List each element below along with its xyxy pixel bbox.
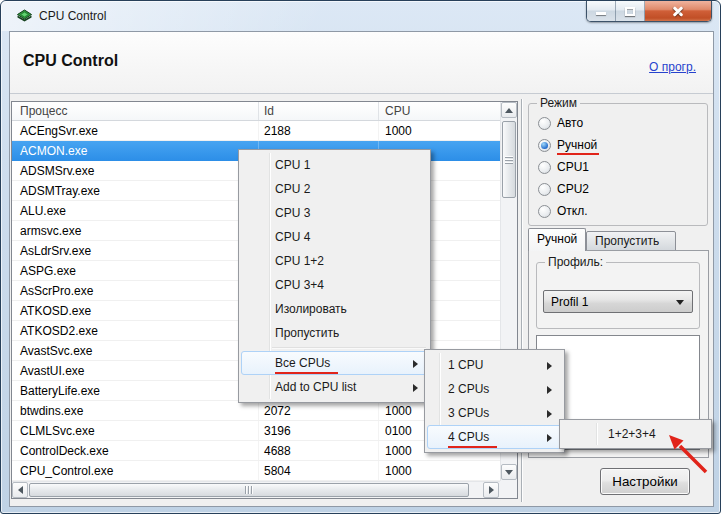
menu-item-label: CPU 1+2 — [275, 254, 324, 268]
mode-radio-1[interactable]: Авто — [538, 114, 583, 132]
annotation-arrow — [656, 426, 716, 481]
page-title: CPU Control — [23, 52, 118, 70]
process-name-cell: ALU.exe — [12, 201, 259, 220]
menu-item[interactable]: CPU 3 — [241, 201, 428, 225]
profile-group-label: Профиль: — [545, 255, 606, 269]
radio-label: Откл. — [557, 204, 588, 218]
menu-item[interactable]: Add to CPU list — [241, 375, 428, 399]
cpu-chip-icon[interactable] — [16, 8, 33, 25]
mode-radio-2[interactable]: Ручной — [538, 136, 597, 154]
scroll-right-button[interactable] — [483, 482, 499, 498]
process-name-cell: ControlDeck.exe — [12, 441, 259, 460]
submenu-arrow-icon — [547, 362, 552, 370]
menu-item-label: CPU 3 — [275, 206, 310, 220]
table-row[interactable]: CPU_Control.exe58041000 — [12, 461, 500, 481]
process-name-cell: ACMON.exe — [12, 141, 259, 161]
process-name-cell: AsLdrSrv.exe — [12, 241, 259, 260]
process-name-cell: ACEngSvr.exe — [12, 121, 259, 140]
title-bar[interactable]: CPU Control — [1, 1, 720, 31]
mode-group-label: Режим — [537, 96, 580, 110]
arrow-left-icon — [18, 486, 23, 494]
maximize-button[interactable] — [616, 1, 645, 21]
horizontal-scroll-thumb[interactable] — [29, 483, 469, 497]
process-id-cell: 2188 — [259, 121, 379, 140]
radio-button-icon[interactable] — [538, 205, 551, 218]
menu-item[interactable]: 2 CPUs — [427, 377, 562, 401]
column-header-process[interactable]: Процесс — [12, 102, 259, 120]
process-name-cell: ADSMSrv.exe — [12, 161, 259, 180]
process-name-cell: ATKOSD.exe — [12, 301, 259, 320]
annotation-underline — [448, 446, 497, 448]
menu-item[interactable]: CPU 2 — [241, 177, 428, 201]
menu-item-label: 1+2+3+4 — [608, 427, 656, 441]
menu-item-label: Все CPUs — [275, 356, 330, 370]
column-header-id[interactable]: Id — [259, 102, 379, 120]
radio-button-icon[interactable] — [538, 139, 551, 152]
close-icon — [671, 4, 685, 18]
mode-groupbox: Режим АвтоРучнойCPU1CPU2Откл. — [528, 103, 708, 226]
radio-button-icon[interactable] — [538, 117, 551, 130]
process-name-cell: BatteryLife.exe — [12, 381, 259, 400]
chevron-down-icon — [676, 300, 684, 305]
menu-item[interactable]: Изолировать — [241, 297, 428, 321]
profile-dropdown-value: Profil 1 — [551, 295, 588, 309]
menu-item-label: Пропустить — [275, 326, 339, 340]
menu-item-label: CPU 1 — [275, 158, 310, 172]
menu-item[interactable]: Пропустить — [241, 321, 428, 345]
about-link[interactable]: О прогр. — [649, 60, 696, 74]
process-name-cell: ATKOSD2.exe — [12, 321, 259, 340]
window-title: CPU Control — [39, 9, 106, 23]
process-name-cell: CPU_Control.exe — [12, 461, 259, 480]
scroll-down-button[interactable] — [501, 464, 517, 480]
submenu-arrow-icon — [413, 360, 418, 368]
process-name-cell: btwdins.exe — [12, 401, 259, 420]
annotation-underline — [557, 153, 599, 155]
column-header-cpu[interactable]: CPU — [379, 102, 500, 120]
tab-skip[interactable]: Пропустить — [586, 231, 676, 251]
radio-label: CPU2 — [557, 182, 589, 196]
horizontal-scrollbar[interactable] — [12, 481, 500, 498]
menu-item-label: 4 CPUs — [448, 430, 489, 444]
process-name-cell: AsScrPro.exe — [12, 281, 259, 300]
menu-item[interactable]: CPU 3+4 — [241, 273, 428, 297]
scroll-up-button[interactable] — [501, 102, 517, 118]
process-name-cell: AvastUI.exe — [12, 361, 259, 380]
minimize-icon — [596, 12, 606, 15]
minimize-button[interactable] — [587, 1, 616, 21]
menu-separator — [272, 347, 426, 349]
close-button[interactable] — [645, 1, 711, 21]
process-name-cell: ADSMTray.exe — [12, 181, 259, 200]
menu-item[interactable]: 1 CPU — [427, 353, 562, 377]
mode-radio-3[interactable]: CPU1 — [538, 158, 589, 176]
process-name-cell: ASPG.exe — [12, 261, 259, 280]
arrow-down-icon — [505, 470, 513, 475]
scroll-left-button[interactable] — [12, 482, 28, 498]
menu-item[interactable]: 4 CPUs — [427, 425, 562, 449]
process-name-cell: armsvc.exe — [12, 221, 259, 240]
menu-item[interactable]: CPU 1+2 — [241, 249, 428, 273]
arrow-right-icon — [489, 486, 494, 494]
process-name-cell: CLMLSvc.exe — [12, 421, 259, 440]
radio-label: CPU1 — [557, 160, 589, 174]
menu-item-label: CPU 2 — [275, 182, 310, 196]
table-row[interactable]: ACEngSvr.exe21881000 — [12, 121, 500, 141]
radio-button-icon[interactable] — [538, 183, 551, 196]
maximize-icon — [625, 7, 635, 16]
process-id-cell: 2072 — [259, 401, 379, 420]
mode-radio-4[interactable]: CPU2 — [538, 180, 589, 198]
process-name-cell: AvastSvc.exe — [12, 341, 259, 360]
mode-radio-5[interactable]: Откл. — [538, 202, 588, 220]
context-menu: CPU 1CPU 2CPU 3CPU 4CPU 1+2CPU 3+4Изолир… — [238, 149, 431, 403]
vertical-scroll-thumb[interactable] — [502, 121, 516, 198]
menu-item[interactable]: CPU 1 — [241, 153, 428, 177]
menu-item[interactable]: 3 CPUs — [427, 401, 562, 425]
profile-dropdown[interactable]: Profil 1 — [543, 290, 693, 313]
thumb-grip-icon — [245, 486, 254, 494]
menu-item-label: 1 CPU — [448, 358, 483, 372]
menu-item[interactable]: CPU 4 — [241, 225, 428, 249]
menu-item[interactable]: Все CPUs — [241, 351, 428, 375]
menu-item-label: Изолировать — [275, 302, 347, 316]
scrollbar-corner — [500, 481, 517, 498]
tab-manual[interactable]: Ручной — [528, 228, 586, 251]
radio-button-icon[interactable] — [538, 161, 551, 174]
